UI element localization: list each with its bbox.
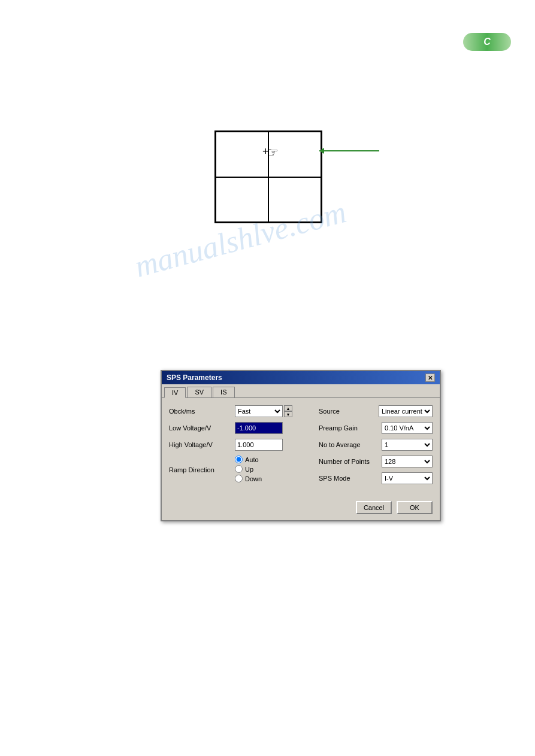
ok-button[interactable]: OK [397,501,433,514]
sps-mode-row: SPS Mode I-V [319,472,433,484]
ramp-direction-row: Ramp Direction Auto Up Down [169,456,309,484]
num-points-label: Number of Points [319,458,382,465]
tab-sv[interactable]: SV [187,387,211,397]
ramp-up-row: Up [235,465,262,473]
no-avg-row: No to Average 1 [319,439,433,451]
badge-label: C [483,37,491,47]
ramp-down-label: Down [245,475,262,482]
right-panel: Source Linear current Preamp Gain 0.10 V… [319,405,433,489]
source-label: Source [319,408,379,415]
dialog-buttons: Cancel OK [162,496,440,520]
dialog-titlebar: SPS Parameters ✕ [162,371,440,384]
spin-down[interactable]: ▼ [284,411,292,417]
ramp-direction-label: Ramp Direction [169,466,235,473]
no-avg-select[interactable]: 1 [382,439,433,451]
dialog-content: Obck/ms Fast ▲ ▼ Low Voltage/V High Volt… [162,398,440,496]
num-points-row: Number of Points 128 [319,456,433,467]
tab-is[interactable]: IS [213,387,234,397]
low-voltage-label: Low Voltage/V [169,424,235,432]
source-select[interactable]: Linear current [379,405,433,417]
high-voltage-input[interactable] [235,439,283,451]
sps-mode-label: SPS Mode [319,475,382,482]
grid-cell-br [268,177,321,223]
grid-cell-bl [216,177,268,223]
close-button[interactable]: ✕ [425,374,435,382]
no-avg-label: No to Average [319,441,382,448]
low-voltage-row: Low Voltage/V [169,422,309,434]
obck-select[interactable]: Fast [235,405,283,417]
sps-mode-select[interactable]: I-V [382,472,433,484]
arrow-head [319,148,324,154]
left-panel: Obck/ms Fast ▲ ▼ Low Voltage/V High Volt… [169,405,309,489]
dialog-tabs: IV SV IS [162,384,440,398]
cancel-button[interactable]: Cancel [356,501,392,514]
source-row: Source Linear current [319,405,433,417]
ramp-up-radio[interactable] [235,465,243,473]
ramp-down-radio[interactable] [235,475,243,482]
spin-up[interactable]: ▲ [284,405,292,411]
ramp-auto-row: Auto [235,456,262,463]
arrow-line [319,150,379,151]
high-voltage-row: High Voltage/V [169,439,309,451]
tab-iv[interactable]: IV [164,387,186,398]
high-voltage-label: High Voltage/V [169,441,235,448]
obck-row: Obck/ms Fast ▲ ▼ [169,405,309,417]
top-badge: C [463,33,511,51]
ramp-down-row: Down [235,475,262,482]
crosshair-icon: + [262,145,269,158]
ramp-up-label: Up [245,466,253,473]
grid-container: + ☞ [214,130,322,223]
num-points-select[interactable]: 128 [382,456,433,467]
obck-label: Obck/ms [169,408,235,415]
preamp-row: Preamp Gain 0.10 V/nA [319,422,433,434]
dialog-title: SPS Parameters [167,374,222,382]
grid-diagram: + ☞ [214,130,322,223]
cursor-area: + ☞ [262,145,279,160]
preamp-label: Preamp Gain [319,424,382,432]
low-voltage-input[interactable] [235,422,283,434]
grid-cell-tl [216,132,268,177]
ramp-auto-radio[interactable] [235,456,243,463]
arrow-indicator [319,150,379,151]
sps-parameters-dialog: SPS Parameters ✕ IV SV IS Obck/ms Fast ▲… [161,370,441,521]
preamp-select[interactable]: 0.10 V/nA [382,422,433,434]
ramp-auto-label: Auto [245,456,259,463]
obck-spin: ▲ ▼ [284,405,292,417]
ramp-radio-group: Auto Up Down [235,456,262,484]
